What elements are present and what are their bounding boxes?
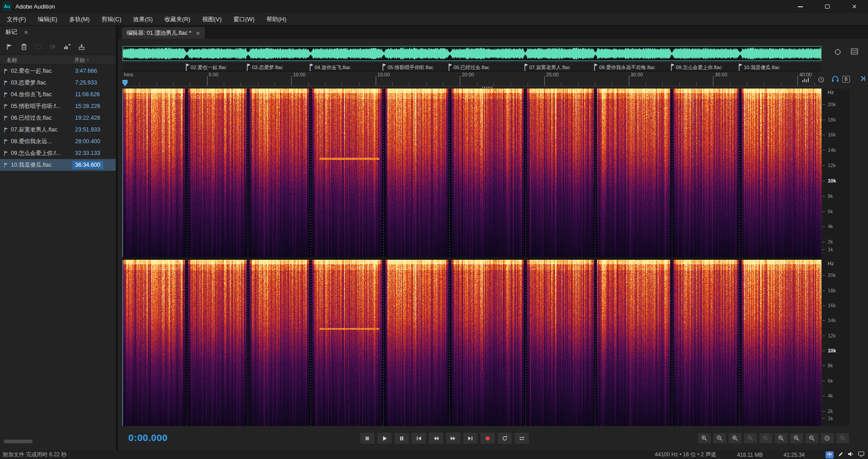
skip-to-start-button[interactable] [411,432,426,444]
marker-list-row[interactable]: 06.已经过去.flac 19:22.426 [0,112,116,124]
zoom-selection-both-button[interactable] [805,433,819,444]
marker-flags-row: 02.爱在一起.flac03.恋爱梦.flac04.放你去飞.flac05.情歌… [123,63,821,71]
zoom-out-frequency-button[interactable] [759,433,773,444]
pen-tray-icon[interactable] [838,451,844,459]
menu-item[interactable]: 视图(V) [196,13,227,25]
menu-item[interactable]: 剪辑(C) [95,13,127,25]
overview-waveform-canvas[interactable] [123,46,821,61]
editor-marker-flag[interactable]: 07.寂寞老男人.flac [524,63,570,71]
play-button[interactable] [377,432,392,444]
editor-tab[interactable]: 编辑器: 01.漂泊男儿.flac * ≡ [122,27,205,39]
editor-marker-flag[interactable]: 08.爱你我永远不后悔.flac [594,63,655,71]
merge-markers-button[interactable] [47,42,58,52]
b-channel-badge[interactable]: B [842,76,850,83]
range-marker-button[interactable] [33,42,43,52]
delete-marker-button[interactable] [19,42,29,52]
overview-waveform[interactable] [123,46,821,61]
record-button[interactable] [480,432,495,444]
frequency-label: 16k [828,303,836,308]
frequency-label: 4k [828,393,833,398]
column-name[interactable]: 名称 [6,56,17,64]
skip-selection-button[interactable] [514,432,529,444]
collapse-panel-icon[interactable] [860,75,866,84]
frequency-scale-column[interactable]: Hz20k18k16k14k12k10k8k6k4k2k1k Hz20k18k1… [822,89,849,426]
frequency-label: 1k [828,247,833,252]
speaker-tray-icon[interactable] [848,451,854,458]
zoom-to-selection-button[interactable] [728,433,742,444]
menu-item[interactable]: 窗口(W) [227,13,260,25]
playhead-handle[interactable] [123,80,128,86]
frequency-tick [822,181,825,181]
zoom-indicator-icon[interactable] [834,48,841,57]
insert-into-multitrack-button[interactable] [62,42,72,52]
editor-marker-flag[interactable]: 03.恋爱梦.flac [247,63,283,71]
zoom-out-time-button[interactable] [713,433,726,444]
marker-list-row[interactable]: 02.爱在一起.flac 3:47.666 [0,65,116,77]
marker-list-row[interactable]: 05.情歌唱乎你听.f... 15:28.226 [0,100,116,112]
menu-item[interactable]: 收藏夹(R) [159,13,196,25]
marker-list-row[interactable]: 04.放你去飞.flac 11:08.626 [0,89,116,100]
menu-item[interactable]: 文件(F) [1,13,32,25]
maximize-button[interactable] [814,0,841,13]
menu-item[interactable]: 帮助(H) [260,13,292,25]
editor-marker-flag[interactable]: 04.放你去飞.flac [310,63,350,71]
marker-list-row[interactable]: 08.爱你我永远... 28:00.400 [0,136,116,147]
editor-marker-flag[interactable]: 10.我是傻瓜.flac [739,63,779,71]
frequency-scale-ch2[interactable]: Hz20k18k16k14k12k10k8k6k4k2k1k [822,260,849,426]
loop-button[interactable] [497,432,512,444]
editor-marker-flag[interactable]: 09.怎么会爱上你.flac [671,63,722,71]
zoom-in-time-button[interactable] [698,433,711,444]
minimize-button[interactable] [787,0,814,13]
zoom-in-frequency-button[interactable] [744,433,757,444]
zoom-selection-left-button[interactable] [774,433,788,444]
panel-menu-icon[interactable]: ≡ [24,29,28,36]
markers-toolbar [0,38,116,55]
tab-menu-icon[interactable]: ≡ [196,30,200,37]
zoom-selection-right-button[interactable] [790,433,803,444]
zoom-reset-button[interactable] [836,433,849,444]
close-button[interactable]: × [841,0,868,13]
export-markers-button[interactable] [76,42,87,52]
marker-icon [0,127,11,133]
skip-to-end-button[interactable] [463,432,478,444]
frequency-label: 20k [828,102,836,107]
time-display[interactable]: 0:00.000 [128,432,168,443]
menu-item[interactable]: 多轨(M) [63,13,96,25]
ime-indicator[interactable]: 中 [826,451,834,459]
stop-button[interactable] [360,432,375,444]
session-clock-icon[interactable] [818,76,825,85]
horizontal-scrollbar-thumb[interactable] [4,440,33,443]
panel-splitter-handle[interactable] [482,87,493,88]
marker-start-time: 28:00.400 [72,137,103,145]
frequency-scale-ch1[interactable]: Hz20k18k16k14k12k10k8k6k4k2k1k [822,89,849,257]
status-file-info: 44100 Hz • 16 位 • 2 声道 418.11 MB 41:25.3… [655,451,864,459]
timeline-ruler[interactable]: hms 5:0010:0015:0020:0025:0030:0035:0040… [123,71,821,86]
level-meter-icon[interactable] [802,76,809,84]
editor-marker-flag[interactable]: 06.已经过去.flac [448,63,489,71]
marker-list-row[interactable]: 07.寂寞老男人.flac 23:51.933 [0,124,116,136]
pause-button[interactable] [394,432,409,444]
add-marker-button[interactable] [4,42,14,52]
menu-item[interactable]: 编辑(E) [32,13,63,25]
spectral-display[interactable] [123,89,821,426]
column-start[interactable]: 开始 ↑ [74,56,89,64]
reset-time-button[interactable] [821,433,834,444]
panel-grid-icon[interactable] [851,48,858,56]
marker-list-row[interactable]: 10.我是傻瓜.flac 36:34.600 [0,159,116,171]
rewind-button[interactable] [429,432,443,444]
editor-marker-flag[interactable]: 02.爱在一起.flac [186,63,226,71]
monitor-headphones-icon[interactable] [831,75,839,84]
spectrogram-channel-2[interactable] [123,260,821,426]
display-tray-icon[interactable] [858,451,864,458]
marker-list-row[interactable]: 03.恋爱梦.flac 7:25.933 [0,77,116,89]
frequency-tick [822,165,825,166]
window-title: Adobe Audition [15,3,55,10]
frequency-label: 12k [828,333,836,338]
editor-marker-flag[interactable]: 05.情歌唱乎你听.flac [382,63,433,71]
menu-item[interactable]: 效果(S) [127,13,159,25]
fast-forward-button[interactable] [446,432,461,444]
marker-list-row[interactable]: 09.怎么会爱上你.f... 32:33.133 [0,147,116,159]
spectrogram-channel-1[interactable] [123,89,821,257]
system-tray: 中 [826,451,864,459]
marker-start-time: 19:22.426 [72,114,103,122]
